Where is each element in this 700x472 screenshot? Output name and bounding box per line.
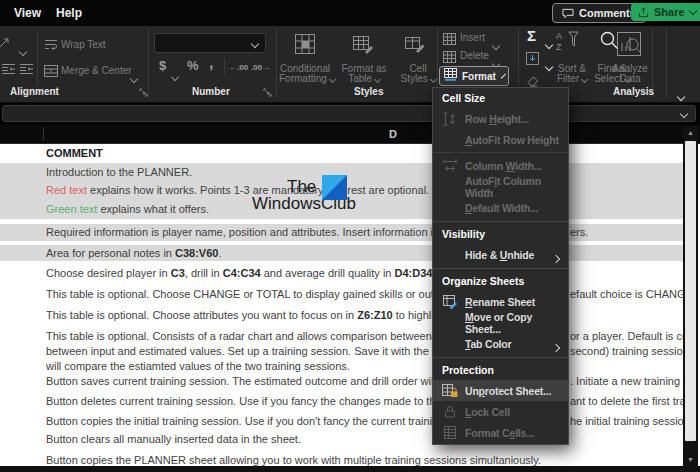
analyze-data-icon — [616, 31, 642, 61]
fill-down-icon[interactable] — [526, 51, 539, 69]
share-label: Share — [654, 6, 685, 18]
sheet-row[interactable]: Choose desired player in C3, drill in C4… — [0, 265, 683, 282]
menu-item-rename-sheet[interactable]: Rename Sheet — [433, 291, 568, 312]
formula-bar[interactable] — [2, 105, 696, 122]
submenu-arrow-icon — [553, 252, 559, 264]
number-dialog-launcher-icon[interactable] — [263, 83, 272, 101]
sheet-row[interactable]: COMMENT — [0, 145, 683, 161]
sheet-row-continuation: second) training session — [570, 344, 689, 359]
share-button[interactable]: Share — [631, 3, 700, 21]
sheet-row[interactable]: between input and estimated values. Set … — [0, 344, 683, 359]
windowsclub-logo — [322, 175, 347, 200]
ribbon-collapse-icon[interactable] — [678, 86, 684, 104]
menu-item-label: Tab Color — [465, 338, 511, 350]
menu-section-organize-sheets: Organize Sheets — [433, 272, 568, 291]
sort-filter-icon: AZ — [556, 30, 580, 56]
column-width-icon — [442, 158, 458, 173]
bottom-bar — [0, 466, 700, 472]
styles-group-label: Styles — [354, 86, 383, 97]
comma-style-icon[interactable]: , — [209, 54, 213, 72]
svg-text:A: A — [556, 31, 562, 41]
sheet-row[interactable]: This table is optional. Choose CHANGE or… — [0, 286, 683, 303]
formula-bar-value — [3, 111, 9, 122]
increase-indent-icon[interactable] — [20, 61, 33, 79]
submenu-arrow-icon — [553, 341, 559, 353]
menu-item-unprotect-sheet[interactable]: Unprotect Sheet... — [433, 380, 568, 401]
column-headers[interactable]: D — [0, 125, 700, 144]
svg-text:Z: Z — [556, 42, 562, 52]
merge-center-button: Merge & Center — [61, 65, 132, 76]
scroll-up-icon[interactable]: ▲ — [683, 129, 698, 136]
sheet-row-continuation: efault choice is CHANGE — [570, 286, 693, 303]
menu-item-label: Unprotect Sheet... — [465, 385, 551, 397]
title-menu-bar: View Help Comments Share — [0, 0, 700, 26]
sheet-row[interactable]: will compare the estiamted values of the… — [0, 359, 683, 374]
menu-item-row-height: Row Height... — [433, 108, 568, 129]
insert-cells-icon — [443, 31, 456, 49]
sheet-row[interactable]: Button copies the PLANNER sheet allowing… — [0, 452, 683, 466]
tab-help[interactable]: Help — [56, 6, 82, 20]
sheet-row-continuation: or a player. Default is co — [570, 328, 688, 344]
sheet-row[interactable]: This table is optional. Choose attribute… — [0, 307, 683, 324]
accounting-format-icon[interactable]: $ — [159, 58, 166, 73]
autosum-icon[interactable]: Σ — [527, 27, 536, 44]
sheet-row[interactable]: Button saves current training session. T… — [0, 373, 683, 390]
menu-section-cell-size: Cell Size — [433, 89, 568, 108]
menu-item-tab-color[interactable]: Tab Color — [433, 333, 568, 354]
menu-separator — [433, 268, 568, 269]
menu-item-label: Row Height... — [465, 113, 529, 125]
sheet-row[interactable]: This table is optional. Consists of a ra… — [0, 328, 683, 344]
decrease-indent-icon[interactable] — [2, 61, 15, 79]
format-button[interactable]: Format — [439, 66, 509, 86]
unprotect-sheet-icon — [442, 383, 458, 398]
menu-separator — [433, 152, 568, 153]
comments-label: Comments — [579, 7, 636, 19]
increase-decimal-icon[interactable]: ←.00 — [229, 63, 248, 72]
alignment-dialog-launcher-icon[interactable] — [139, 83, 148, 101]
lock-icon — [442, 404, 458, 419]
scroll-down-icon[interactable]: ▼ — [683, 456, 698, 463]
menu-section-visibility: Visibility — [433, 225, 568, 244]
sheet-row[interactable]: Area for personal notes in C38:V60. — [0, 245, 683, 261]
delete-cells-icon — [443, 49, 456, 67]
menu-item-default-width: Default Width... — [433, 197, 568, 218]
sheet-row[interactable]: Button deletes current training session.… — [0, 393, 683, 410]
wrap-text-button: Wrap Text — [61, 39, 106, 50]
sheet-row[interactable]: Required information is player name, pos… — [0, 224, 683, 241]
formula-bar-expand-icon[interactable] — [680, 110, 688, 118]
sheet-row[interactable]: Button clears all manually inserted data… — [0, 431, 683, 448]
format-menu: Cell SizeRow Height...AutoFit Row Height… — [432, 87, 569, 445]
percent-style-icon[interactable]: % — [187, 58, 199, 73]
scrollbar-thumb[interactable] — [685, 141, 696, 441]
sheet-row-continuation: ers. — [570, 224, 588, 241]
column-header-d[interactable]: D — [378, 128, 408, 140]
merge-center-icon — [44, 63, 58, 81]
excel-window: View Help Comments Share Wrap Text Merge… — [0, 0, 700, 472]
menu-item-label: Hide & Unhide — [465, 249, 534, 261]
menu-item-label: AutoFit Row Height — [465, 134, 559, 146]
blank-icon — [442, 132, 458, 147]
format-cells-icon — [442, 425, 458, 440]
menu-item-move-or-copy-sheet[interactable]: Move or Copy Sheet... — [433, 312, 568, 333]
vertical-scrollbar[interactable]: ▲ ▼ — [683, 126, 698, 466]
orientation-icon[interactable] — [0, 35, 12, 54]
insert-button: Insert — [460, 32, 485, 43]
format-label: Format — [462, 71, 496, 82]
sheet-area[interactable]: COMMENTIntroduction to the PLANNER.Red t… — [0, 144, 700, 466]
analysis-group-label: Analysis — [613, 86, 654, 97]
blank-icon — [442, 179, 458, 194]
sheet-row[interactable]: Button copies the initial training sessi… — [0, 413, 683, 430]
conditional-formatting-icon — [294, 33, 316, 59]
menu-item-label: AutoFit Column Width — [465, 175, 568, 199]
wrap-text-icon — [44, 37, 58, 55]
menu-item-label: Format Cells... — [465, 427, 534, 439]
decrease-decimal-icon[interactable]: .00→ — [251, 63, 270, 72]
chevron-down-icon — [688, 7, 696, 15]
menu-item-label: Column Width... — [465, 160, 542, 172]
menu-item-hide-unhide[interactable]: Hide & Unhide — [433, 244, 568, 265]
number-format-select[interactable] — [154, 33, 266, 53]
ribbon: Wrap Text Merge & Center Alignment $ % ,… — [0, 26, 700, 103]
tab-view[interactable]: View — [14, 6, 41, 20]
cell-styles-icon — [404, 33, 426, 59]
menu-separator — [433, 357, 568, 358]
